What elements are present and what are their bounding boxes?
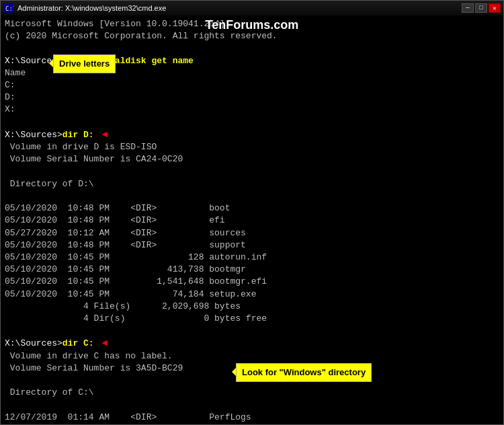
minimize-button[interactable]: ─ (462, 3, 474, 13)
line-cmd-2: X:\Sources>dir D: ◄ (5, 128, 499, 142)
title-bar-text: Administrator: X:\windows\system32\cmd.e… (17, 4, 166, 12)
line-bootmgr-efi: 05/10/2020 10:45 PM 1,541,648 bootmgr.ef… (5, 276, 499, 288)
line-d: D: (5, 91, 499, 104)
line-blank-3 (5, 166, 499, 178)
callout-drive-letters: Drive letters (53, 54, 116, 73)
line-blank-7 (5, 399, 499, 412)
line-vol-d1: Volume in drive D is ESD-ISO (5, 141, 499, 153)
callout-windows-dir: Look for "Windows" directory (236, 363, 372, 382)
line-progfiles: 05/27/2020 11:56 AM <DIR> Program Files (5, 424, 499, 424)
console-body: TenForums.com Microsoft Windows [Version… (1, 15, 503, 424)
line-autorun: 05/10/2020 10:45 PM 128 autorun.inf (5, 252, 499, 264)
line-vol-d2: Volume Serial Number is CA24-0C20 (5, 153, 499, 165)
cmd-window: C:\ Administrator: X:\windows\system32\c… (0, 0, 504, 425)
line-files-d: 4 File(s) 2,029,698 bytes (5, 301, 499, 313)
line-setup: 05/10/2020 10:45 PM 74,184 setup.exe (5, 288, 499, 301)
line-dirs-d: 4 Dir(s) 0 bytes free (5, 313, 499, 325)
svg-text:C:\: C:\ (5, 5, 13, 12)
cmd-icon: C:\ (3, 3, 14, 13)
line-blank-5 (5, 325, 499, 337)
line-efi: 05/10/2020 10:48 PM <DIR> efi (5, 215, 499, 227)
close-button[interactable]: ✕ (489, 3, 501, 13)
line-blank-1 (5, 42, 499, 54)
line-blank-2 (5, 116, 499, 128)
title-bar-controls: ─ □ ✕ (462, 3, 501, 13)
title-bar: C:\ Administrator: X:\windows\system32\c… (1, 1, 503, 15)
line-dir-c: Directory of C:\ (5, 387, 499, 399)
line-c: C: (5, 79, 499, 91)
line-dir-d: Directory of D:\ (5, 178, 499, 190)
line-bootmgr: 05/10/2020 10:45 PM 413,738 bootmgr (5, 264, 499, 276)
line-boot: 05/10/2020 10:48 PM <DIR> boot (5, 202, 499, 215)
title-bar-left: C:\ Administrator: X:\windows\system32\c… (3, 3, 166, 13)
line-support: 05/10/2020 10:48 PM <DIR> support (5, 239, 499, 252)
line-perflogs: 12/07/2019 01:14 AM <DIR> PerfLogs (5, 412, 499, 424)
line-2: (c) 2020 Microsoft Corporation. All righ… (5, 30, 499, 42)
line-cmd-3: X:\Sources>dir C: ◄ (5, 337, 499, 350)
line-x: X: (5, 104, 499, 116)
line-vol-c1: Volume in drive C has no label. (5, 350, 499, 362)
line-sources: 05/27/2020 10:12 AM <DIR> sources (5, 227, 499, 239)
line-blank-4 (5, 190, 499, 202)
line-1: Microsoft Windows [Version 10.0.19041.26… (5, 18, 499, 30)
maximize-button[interactable]: □ (475, 3, 487, 13)
